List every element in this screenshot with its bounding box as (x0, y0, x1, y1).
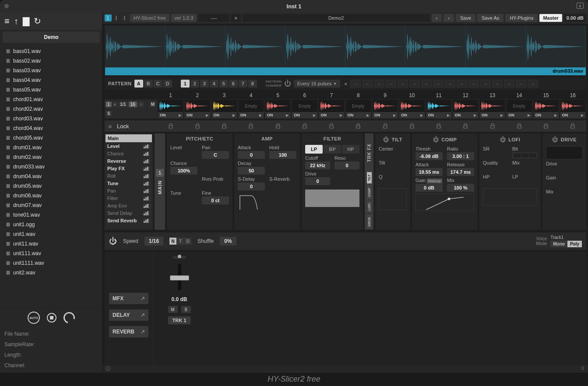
param-category-filter[interactable]: Filter (106, 195, 152, 202)
save-as-button[interactable]: Save As (477, 14, 503, 22)
file-item[interactable]: ⦀⦀chord05.wav (0, 133, 102, 143)
lock-cell[interactable] (372, 123, 398, 129)
mode-icon-3[interactable]: ⦚ (121, 14, 128, 21)
lock-cell[interactable] (506, 123, 532, 129)
chainer-power-icon[interactable]: ⏻ (284, 80, 291, 88)
slice-play-icon[interactable]: ▶ (257, 112, 264, 118)
pattern-slot-6[interactable]: 6 (229, 80, 238, 88)
track-solo-button[interactable]: S (181, 306, 191, 313)
file-item[interactable]: ⦀⦀chord02.wav (0, 104, 102, 114)
folder-icon[interactable]: ▇ (23, 16, 29, 26)
lock-icon[interactable] (383, 123, 388, 129)
chain-slot[interactable]: -- (433, 80, 444, 88)
traffic-light[interactable] (4, 4, 9, 8)
filter-drive-value[interactable]: 0 (305, 177, 330, 185)
slice-on-button[interactable]: ON (480, 112, 499, 118)
lock-icon[interactable] (222, 123, 227, 129)
track-mute-button[interactable]: M (168, 306, 178, 313)
file-item[interactable]: ⦀⦀unit1.wav (0, 229, 102, 239)
lock-icon[interactable] (570, 123, 575, 129)
slice-on-button[interactable]: ON (212, 112, 231, 118)
comp-gain-value[interactable]: 0 dB (415, 184, 443, 192)
chain-slot[interactable]: -- (445, 80, 455, 88)
save-button[interactable]: Save (456, 14, 475, 22)
slice-on-button[interactable]: ON (534, 112, 553, 118)
folder-label[interactable]: Demo (3, 32, 100, 43)
param-category-level[interactable]: Level (106, 143, 152, 150)
lock-cell[interactable] (452, 123, 479, 129)
slice-on-button[interactable]: ON (185, 112, 204, 118)
filter-bp-tab[interactable]: BP (324, 145, 341, 154)
param-category-play-fx[interactable]: Play FX (106, 165, 152, 172)
speed-value[interactable]: 1/16 (144, 237, 163, 246)
slice-cell[interactable]: EmptyON▶ (292, 99, 317, 119)
menu-icon[interactable]: ≡ (4, 16, 10, 26)
slice-on-button[interactable]: ON (319, 112, 338, 118)
pattern-slot-3[interactable]: 3 (200, 80, 209, 88)
slice-on-button[interactable]: ON (158, 112, 177, 118)
pattern-slot-7[interactable]: 7 (239, 80, 247, 88)
lock-icon[interactable] (275, 123, 281, 129)
lock-cell[interactable] (291, 123, 318, 129)
lofi-power-icon[interactable]: ⏻ (500, 136, 506, 143)
slice-on-button[interactable]: ON (399, 112, 418, 118)
lock-icon[interactable] (436, 123, 441, 129)
slice-play-icon[interactable]: ▶ (553, 112, 559, 118)
lock-icon[interactable] (356, 123, 361, 129)
reverb-button[interactable]: REVERB↗ (109, 326, 148, 337)
lock-cell[interactable] (264, 123, 291, 129)
poly-button[interactable]: Poly (567, 241, 582, 247)
waveform-slice[interactable] (466, 26, 526, 67)
slice-play-icon[interactable]: ▶ (284, 112, 290, 118)
filter-lp-tab[interactable]: LP (305, 145, 323, 154)
file-item[interactable]: ⦀⦀drum01.wav (0, 143, 102, 152)
mode-icon-2[interactable]: ⦚ (113, 14, 120, 21)
fx-tab-tilt[interactable]: TILT (367, 172, 372, 184)
slice-on-button[interactable]: ON (560, 112, 579, 118)
drive-power-icon[interactable]: ⏻ (552, 136, 558, 143)
pulse-select[interactable]: Every 16 pulses▼ (294, 80, 340, 88)
chain-slot[interactable]: -- (468, 80, 479, 88)
file-item[interactable]: ⦀⦀bass03.wav (0, 66, 102, 75)
slice-cell[interactable]: ON▶ (372, 99, 398, 119)
slice-cell[interactable]: ON▶ (560, 99, 586, 119)
slice-on-button[interactable]: ON (292, 112, 311, 118)
file-item[interactable]: ⦀⦀drum02.wav (0, 152, 102, 162)
refresh-icon[interactable]: ↻ (34, 16, 41, 26)
pattern-bank-A[interactable]: A (134, 80, 143, 88)
pattern-bank-B[interactable]: B (144, 80, 153, 88)
slice-menu-icon[interactable]: ≡ (138, 102, 144, 107)
mfx-button[interactable]: MFX↗ (109, 293, 148, 304)
param-category-roll[interactable]: Roll (106, 172, 152, 179)
lock-icon[interactable] (329, 123, 334, 129)
param-category-reverse[interactable]: Reverse (106, 158, 152, 165)
up-arrow-icon[interactable]: ↑ (14, 16, 18, 26)
param-category-tune[interactable]: Tune (106, 180, 152, 187)
waveform-slice[interactable] (105, 26, 165, 67)
pattern-bank-D[interactable]: D (163, 80, 172, 88)
slice-on-button[interactable]: ON (426, 112, 445, 118)
mode-icon-1[interactable]: ⦚ (105, 14, 112, 21)
waveform-slice[interactable] (285, 26, 345, 67)
file-item[interactable]: ⦀⦀drum05.wav (0, 181, 102, 191)
chain-slot[interactable]: -- (409, 80, 420, 88)
pan-value[interactable]: C (202, 151, 229, 159)
file-item[interactable]: ⦀⦀bass02.wav (0, 56, 102, 66)
reso-value[interactable]: 0 (334, 161, 359, 169)
comp-thresh-value[interactable]: -6.08 dB (415, 152, 443, 160)
preset-next-button[interactable]: › (444, 14, 454, 22)
solo-button[interactable]: S (106, 111, 112, 116)
resize-handle-icon[interactable]: ⠿ (581, 366, 585, 372)
lock-cell[interactable] (560, 123, 586, 129)
chain-slot[interactable]: -- (516, 80, 526, 88)
lock-cell[interactable] (184, 123, 211, 129)
mono-button[interactable]: Mono (550, 241, 567, 247)
chain-prev-icon[interactable]: ◄ (343, 81, 348, 86)
loop-knob[interactable] (61, 310, 77, 326)
waveform-slice[interactable] (526, 26, 586, 67)
file-item[interactable]: ⦀⦀bass05.wav (0, 85, 102, 95)
pattern-bank-C[interactable]: C (154, 80, 162, 88)
file-item[interactable]: ⦀⦀chord01.wav (0, 95, 102, 104)
slice-play-icon[interactable]: ▶ (499, 112, 505, 118)
chain-slot[interactable]: -- (350, 80, 361, 88)
